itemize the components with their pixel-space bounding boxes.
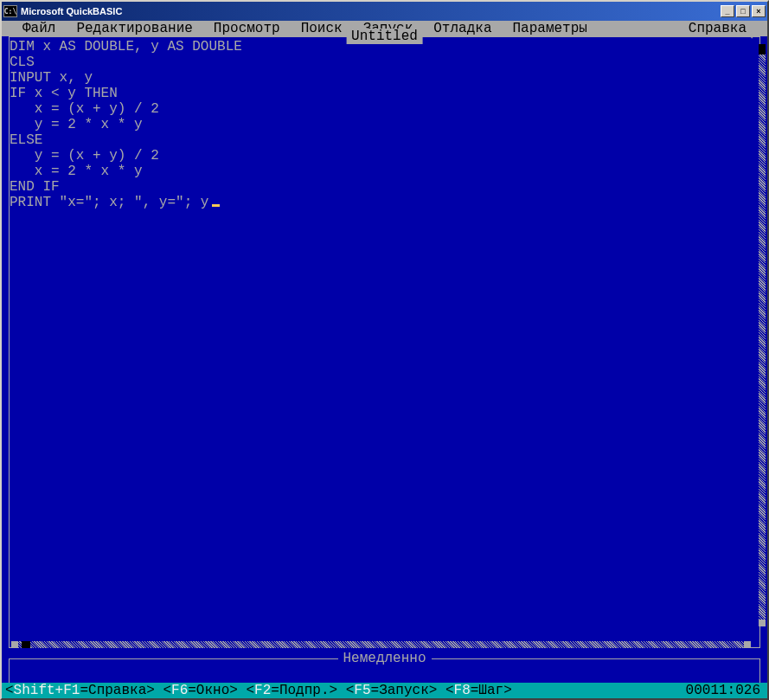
- code-line[interactable]: x = 2 * x * y: [10, 164, 756, 179]
- menu-options[interactable]: Параметры: [502, 21, 597, 36]
- maximize-button[interactable]: □: [736, 5, 750, 17]
- hotkey: F5: [354, 683, 370, 698]
- close-button[interactable]: ×: [752, 5, 766, 17]
- immediate-title: Немедленно: [337, 651, 431, 666]
- code-line[interactable]: x = (x + y) / 2: [10, 101, 756, 117]
- app-icon: C:\: [3, 5, 17, 17]
- menu-edit[interactable]: Редактирование: [66, 21, 202, 36]
- window-controls: _ □ ×: [721, 5, 766, 17]
- code-line[interactable]: y = (x + y) / 2: [10, 148, 756, 164]
- vertical-scrollbar[interactable]: [759, 44, 766, 626]
- app-window: C:\ Microsoft QuickBASIC _ □ × Файл Реда…: [0, 0, 769, 700]
- immediate-panel[interactable]: Немедленно: [9, 658, 760, 683]
- code-line[interactable]: y = 2 * x * y: [10, 117, 756, 132]
- code-line[interactable]: INPUT x, y: [10, 70, 756, 86]
- menu-view[interactable]: Просмотр: [203, 21, 291, 36]
- maximize-pane-icon[interactable]: ↕: [747, 27, 756, 42]
- code-line[interactable]: ELSE: [10, 132, 756, 148]
- hotkey: Shift+F1: [14, 683, 80, 698]
- code-line[interactable]: END IF: [10, 179, 756, 195]
- editor-filename: Untitled: [346, 29, 423, 44]
- hotkey: F8: [454, 683, 471, 698]
- window-title: Microsoft QuickBASIC: [21, 6, 721, 16]
- text-cursor: [212, 204, 220, 207]
- code-line[interactable]: IF x < y THEN: [10, 86, 756, 101]
- status-hints: <Shift+F1=Справка> <F6=Окно> <F2=Подпр.>…: [5, 683, 686, 698]
- cursor-position: 00011:026: [686, 683, 760, 698]
- code-line[interactable]: PRINT "x="; x; ", y="; y: [10, 195, 756, 210]
- menu-debug[interactable]: Отладка: [423, 21, 502, 36]
- code-editor[interactable]: DIM x AS DOUBLE, y AS DOUBLECLSINPUT x, …: [10, 37, 759, 647]
- hotkey: F2: [254, 683, 271, 698]
- os-titlebar[interactable]: C:\ Microsoft QuickBASIC _ □ ×: [2, 2, 767, 21]
- horizontal-scrollbar[interactable]: [11, 641, 751, 648]
- menu-file[interactable]: Файл: [12, 21, 66, 36]
- minimize-button[interactable]: _: [721, 5, 734, 17]
- menu-search[interactable]: Поиск: [291, 21, 353, 36]
- code-line[interactable]: CLS: [10, 55, 756, 70]
- menu-help[interactable]: Справка: [678, 21, 757, 36]
- hotkey: F6: [171, 683, 188, 698]
- editor-panel: Untitled ↕ DIM x AS DOUBLE, y AS DOUBLEC…: [9, 36, 760, 648]
- statusbar: <Shift+F1=Справка> <F6=Окно> <F2=Подпр.>…: [2, 683, 767, 698]
- dos-app: Файл Редактирование Просмотр Поиск Запус…: [2, 21, 767, 698]
- scrollbar-thumb[interactable]: [22, 641, 30, 648]
